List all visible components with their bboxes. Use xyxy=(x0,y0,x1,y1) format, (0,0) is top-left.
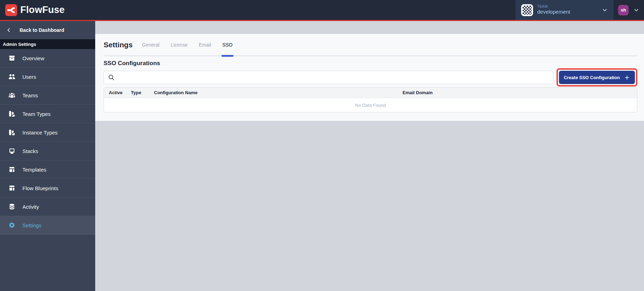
table-header-row: Active Type Configuration Name Email Dom… xyxy=(104,88,637,98)
column-header-configuration-name: Configuration Name xyxy=(154,90,402,95)
user-avatar: sh xyxy=(618,5,629,15)
sidebar-item-label: Users xyxy=(22,74,36,80)
page-title: Settings xyxy=(104,41,133,49)
sidebar-item-overview[interactable]: Overview xyxy=(0,49,95,68)
sidebar-item-label: Templates xyxy=(22,167,46,173)
sidebar-item-flow-blueprints[interactable]: Flow Blueprints xyxy=(0,179,95,198)
sidebar-section-label: Admin Settings xyxy=(0,39,95,49)
create-sso-configuration-button[interactable]: Create SSO Configuration xyxy=(559,71,635,84)
sidebar-item-label: Team Types xyxy=(22,111,51,117)
sidebar-item-settings[interactable]: Settings xyxy=(0,216,95,235)
template-icon xyxy=(8,166,15,173)
database-icon xyxy=(8,203,15,210)
team-avatar xyxy=(521,4,533,16)
settings-header-row: Settings General License Email SSO xyxy=(104,34,637,56)
annotation-highlight: Create SSO Configuration xyxy=(556,68,637,86)
search-row: Create SSO Configuration xyxy=(104,71,637,84)
flowfuse-logo-icon xyxy=(5,4,17,16)
sidebar-item-instance-types[interactable]: Instance Types xyxy=(0,123,95,142)
settings-panel: Settings General License Email SSO SSO C… xyxy=(95,34,644,121)
team-label: TEAM: xyxy=(537,5,570,9)
users-icon xyxy=(8,73,15,80)
chevron-down-icon xyxy=(602,7,608,13)
sidebar-item-label: Instance Types xyxy=(22,130,58,136)
search-box xyxy=(104,71,553,84)
brand-title: FlowFuse xyxy=(20,5,65,15)
tab-general[interactable]: General xyxy=(141,34,160,56)
sidebar-item-activity[interactable]: Activity xyxy=(0,198,95,216)
sidebar-item-templates[interactable]: Templates xyxy=(0,160,95,179)
back-to-dashboard-label: Back to Dashboard xyxy=(20,27,64,33)
admin-sidebar: Back to Dashboard Admin Settings Overvie… xyxy=(0,21,95,291)
back-to-dashboard-button[interactable]: Back to Dashboard xyxy=(0,21,95,39)
user-group-icon xyxy=(8,92,15,99)
main-content: Settings General License Email SSO SSO C… xyxy=(95,21,644,291)
sso-configurations-table: Active Type Configuration Name Email Dom… xyxy=(104,87,637,112)
top-navbar: FlowFuse TEAM: developement sh xyxy=(0,0,644,21)
sidebar-item-label: Flow Blueprints xyxy=(22,185,58,191)
sidebar-item-label: Stacks xyxy=(22,148,38,154)
cog-icon xyxy=(8,222,15,229)
sidebar-item-team-types[interactable]: Team Types xyxy=(0,105,95,123)
chevron-left-icon xyxy=(6,27,12,33)
team-name: developement xyxy=(537,9,570,15)
column-header-email-domain: Email Domain xyxy=(402,90,637,95)
archive-icon xyxy=(8,55,15,62)
desktop-computer-icon xyxy=(8,147,15,154)
sidebar-item-teams[interactable]: Teams xyxy=(0,86,95,105)
tab-sso[interactable]: SSO xyxy=(222,34,233,56)
chevron-down-icon xyxy=(633,7,639,13)
sidebar-item-label: Activity xyxy=(22,204,39,210)
tab-license[interactable]: License xyxy=(170,34,188,56)
sidebar-item-users[interactable]: Users xyxy=(0,68,95,86)
tab-email[interactable]: Email xyxy=(198,34,212,56)
template-icon xyxy=(8,185,15,192)
search-input[interactable] xyxy=(118,75,549,80)
color-swatch-icon xyxy=(8,129,15,136)
team-selector[interactable]: TEAM: developement xyxy=(516,0,614,20)
plus-icon xyxy=(624,75,630,81)
column-header-active: Active xyxy=(109,90,131,95)
create-sso-configuration-label: Create SSO Configuration xyxy=(564,75,620,80)
section-title: SSO Configurations xyxy=(104,60,637,67)
color-swatch-icon xyxy=(8,110,15,117)
table-empty-state: No Data Found xyxy=(104,98,637,112)
column-header-type: Type xyxy=(131,90,154,95)
sidebar-item-label: Overview xyxy=(22,55,44,61)
sidebar-item-label: Settings xyxy=(22,222,41,228)
sidebar-item-label: Teams xyxy=(22,92,38,98)
search-icon xyxy=(108,74,115,81)
sidebar-item-stacks[interactable]: Stacks xyxy=(0,142,95,160)
user-menu[interactable]: sh xyxy=(614,0,644,20)
